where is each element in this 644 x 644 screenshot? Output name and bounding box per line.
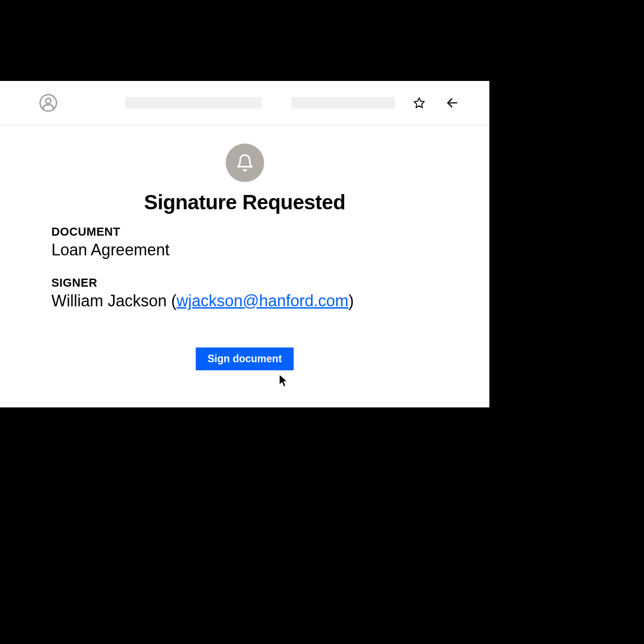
signer-email-wrapper: (wjackson@hanford.com): [171, 292, 354, 310]
document-value: Loan Agreement: [51, 240, 438, 260]
signer-label: SIGNER: [51, 276, 438, 290]
sign-document-button[interactable]: Sign document: [196, 347, 293, 370]
arrow-left-icon[interactable]: [446, 96, 459, 110]
signer-email-link[interactable]: wjackson@hanford.com: [177, 292, 349, 310]
signer-value: William Jackson (wjackson@hanford.com): [51, 291, 438, 311]
placeholder-bar: [291, 97, 395, 109]
star-icon[interactable]: [413, 96, 425, 110]
placeholder-bar: [125, 97, 261, 109]
toolbar: [0, 81, 489, 126]
profile-icon[interactable]: [39, 94, 57, 112]
document-label: DOCUMENT: [51, 225, 438, 239]
bell-icon: [226, 144, 264, 182]
page-title: Signature Requested: [144, 190, 345, 214]
svg-point-1: [46, 98, 51, 104]
content-area: Signature Requested DOCUMENT Loan Agreem…: [0, 126, 489, 370]
signer-name: William Jackson: [51, 292, 167, 310]
signature-request-window: Signature Requested DOCUMENT Loan Agreem…: [0, 81, 489, 407]
